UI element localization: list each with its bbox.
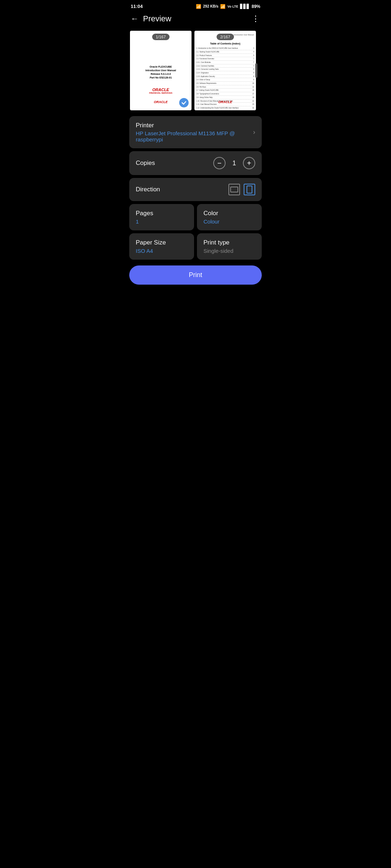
landscape-button[interactable] bbox=[228, 184, 240, 195]
data-speed: 292 KB/s bbox=[203, 4, 218, 8]
direction-row: Direction bbox=[136, 184, 255, 195]
printer-row: Printer HP LaserJet Professional M1136 M… bbox=[136, 122, 255, 142]
page-badge-2: 2/167 bbox=[216, 34, 234, 40]
page-label-top: Introduction User Manual bbox=[234, 34, 254, 36]
time: 11:04 bbox=[131, 4, 143, 9]
page-thumb-2[interactable]: 2/167 Introduction User Manual Table of … bbox=[194, 31, 256, 110]
pages-value: 1 bbox=[136, 218, 188, 225]
print-btn-area: Print bbox=[125, 260, 266, 292]
back-button[interactable]: ← bbox=[131, 14, 139, 24]
wifi-icon: 📶 bbox=[220, 4, 226, 9]
color-label: Color bbox=[203, 210, 255, 217]
print-button[interactable]: Print bbox=[129, 265, 262, 285]
preview-area: 1/167 Oracle FLEXCUBEIntroduction User M… bbox=[125, 28, 266, 116]
printer-value: HP LaserJet Professional M1136 MFP @ ras… bbox=[136, 130, 253, 142]
printer-info: Printer HP LaserJet Professional M1136 M… bbox=[136, 122, 253, 142]
direction-icons bbox=[228, 184, 255, 195]
paper-size-value: ISO A4 bbox=[136, 248, 188, 254]
portrait-button[interactable] bbox=[244, 184, 255, 195]
header: ← Preview ⋮ bbox=[125, 11, 266, 28]
lte-label: Vo LTE bbox=[227, 5, 238, 8]
direction-label: Direction bbox=[136, 186, 160, 193]
copies-label: Copies bbox=[136, 159, 155, 167]
header-left: ← Preview bbox=[131, 14, 171, 24]
print-type-label: Print type bbox=[203, 239, 255, 246]
portrait-shape-icon bbox=[247, 186, 252, 193]
bluetooth-icon: 📶 bbox=[196, 4, 201, 9]
page-badge-1: 1/167 bbox=[152, 34, 169, 40]
copies-control: − 1 + bbox=[213, 157, 255, 169]
status-bar: 11:04 📶 292 KB/s 📶 Vo LTE ▋▋▋ 89% bbox=[125, 0, 266, 11]
cover-line-1: Oracle FLEXCUBEIntroduction User ManualR… bbox=[146, 65, 176, 79]
paper-size-label: Paper Size bbox=[136, 239, 188, 246]
oracle-fs-label: FINANCIAL SERVICES bbox=[149, 92, 172, 94]
print-type-setting[interactable]: Print type Single-sided bbox=[197, 233, 262, 260]
oracle-logo-cover: ORACLE bbox=[149, 88, 172, 92]
copies-row: Copies − 1 + bbox=[136, 157, 255, 169]
oracle-logo-bottom-1: ORACLE bbox=[154, 100, 168, 104]
printer-arrow-icon: › bbox=[253, 128, 255, 136]
status-icons: 📶 292 KB/s 📶 Vo LTE ▋▋▋ 89% bbox=[196, 4, 260, 9]
oracle-logo-bottom-2: ORACLE bbox=[218, 100, 232, 104]
copies-setting: Copies − 1 + bbox=[129, 151, 262, 175]
direction-setting: Direction bbox=[129, 178, 262, 201]
color-setting[interactable]: Color Colour bbox=[197, 204, 262, 230]
toc-title: Table of Contents (index) bbox=[196, 42, 254, 46]
toc-content: Table of Contents (index) 1. Introductio… bbox=[194, 31, 256, 110]
battery-percent: 89% bbox=[252, 4, 260, 9]
pages-setting[interactable]: Pages 1 bbox=[129, 204, 194, 230]
printer-setting[interactable]: Printer HP LaserJet Professional M1136 M… bbox=[129, 116, 262, 148]
paper-size-setting[interactable]: Paper Size ISO A4 bbox=[129, 233, 194, 260]
copies-count: 1 bbox=[231, 159, 238, 167]
more-options-button[interactable]: ⋮ bbox=[252, 14, 260, 24]
signal-bars: ▋▋▋ bbox=[240, 4, 250, 9]
settings-panel: Printer HP LaserJet Professional M1136 M… bbox=[125, 116, 266, 201]
copies-increase-button[interactable]: + bbox=[243, 157, 255, 169]
page-title: Preview bbox=[143, 14, 171, 24]
pages-label: Pages bbox=[136, 210, 188, 217]
print-type-value: Single-sided bbox=[203, 248, 255, 254]
scroll-indicator bbox=[255, 63, 257, 78]
copies-decrease-button[interactable]: − bbox=[213, 157, 226, 169]
selected-checkmark bbox=[179, 98, 189, 107]
page-thumb-1[interactable]: 1/167 Oracle FLEXCUBEIntroduction User M… bbox=[130, 31, 192, 110]
color-value: Colour bbox=[203, 218, 255, 225]
page-card-2[interactable]: 2/167 Introduction User Manual Table of … bbox=[194, 31, 256, 110]
two-col-settings: Pages 1 Color Colour Paper Size ISO A4 P… bbox=[125, 204, 266, 260]
landscape-shape-icon bbox=[230, 187, 238, 192]
printer-label: Printer bbox=[136, 122, 253, 129]
